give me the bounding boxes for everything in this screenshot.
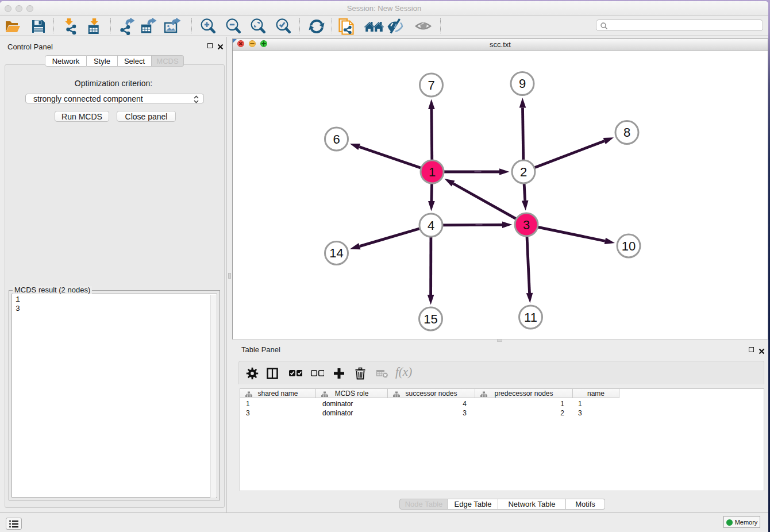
svg-text:11: 11	[524, 310, 537, 325]
svg-text:4: 4	[428, 218, 434, 233]
svg-text:2: 2	[520, 165, 527, 179]
svg-text:7: 7	[428, 78, 434, 92]
svg-text:10: 10	[622, 239, 636, 253]
svg-text:6: 6	[333, 132, 340, 147]
svg-text:15: 15	[424, 312, 437, 326]
svg-text:9: 9	[519, 76, 526, 91]
svg-text:3: 3	[523, 218, 530, 232]
svg-text:1: 1	[429, 165, 436, 179]
svg-text:14: 14	[329, 246, 343, 260]
svg-text:8: 8	[623, 125, 630, 140]
